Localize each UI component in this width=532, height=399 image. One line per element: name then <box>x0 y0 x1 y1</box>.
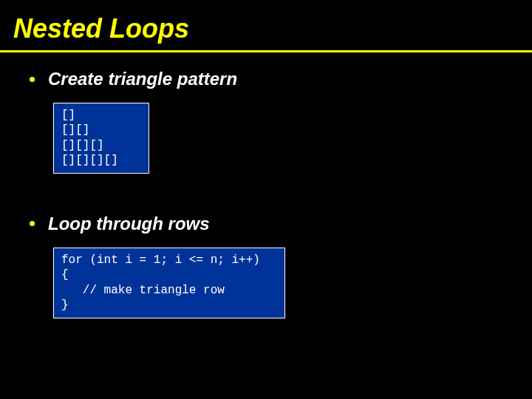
bullet-text: Create triangle pattern <box>48 69 237 89</box>
bullet-text: Loop through rows <box>48 214 210 234</box>
bullet-item-1: Create triangle pattern <box>30 69 532 89</box>
bullet-dot-icon <box>30 77 35 82</box>
slide-title: Nested Loops <box>0 0 532 49</box>
bullet-dot-icon <box>30 221 35 226</box>
code-block-loop: for (int i = 1; i <= n; i++) { // make t… <box>53 248 285 318</box>
slide-content: Create triangle pattern [] [][] [][][] [… <box>0 52 532 318</box>
bullet-item-2: Loop through rows <box>30 214 532 234</box>
slide: Nested Loops Create triangle pattern [] … <box>0 0 532 399</box>
code-block-triangle: [] [][] [][][] [][][][] <box>53 103 149 174</box>
